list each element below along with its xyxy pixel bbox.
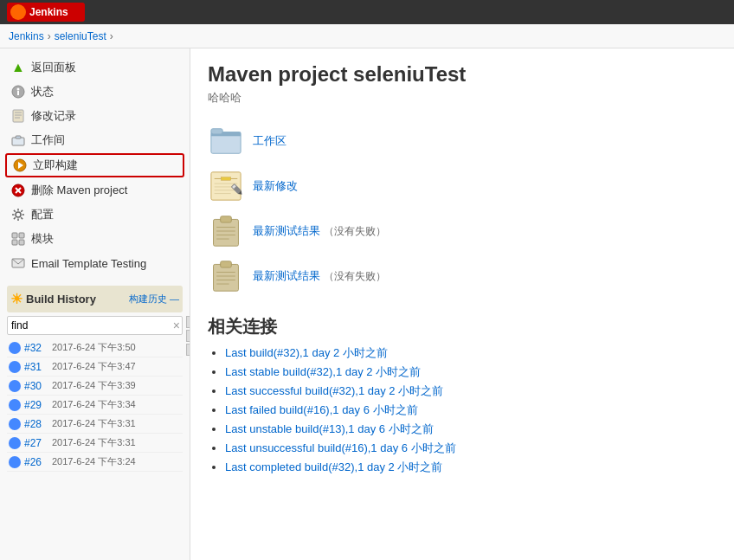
svg-rect-23 — [12, 233, 17, 238]
sidebar-item-workspace[interactable]: 工作间 — [0, 128, 190, 152]
svg-rect-8 — [16, 136, 21, 138]
svg-rect-43 — [221, 216, 232, 222]
svg-rect-42 — [214, 219, 239, 246]
latest-test-result-1-item: 最新测试结果 （没有失败） — [208, 213, 717, 249]
breadcrumb-seleniutest[interactable]: seleniuTest — [55, 30, 106, 42]
workspace-link[interactable]: 工作区 — [253, 133, 287, 149]
svg-line-19 — [14, 210, 16, 212]
build-link-32[interactable]: #32 — [24, 342, 48, 354]
related-link-item: Last successful build(#32),1 day 2 小时之前 — [225, 383, 717, 399]
build-item: #27 2017-6-24 下午3:31 — [7, 434, 183, 453]
build-item: #26 2017-6-24 下午3:24 — [7, 453, 183, 472]
top-bar: Jenkins — [0, 0, 734, 24]
clipboard-icon-2 — [208, 258, 244, 294]
build-icon — [12, 158, 28, 173]
build-item: #28 2017-6-24 下午3:31 — [7, 415, 183, 434]
build-ball-28 — [9, 418, 21, 430]
last-stable-build-link[interactable]: Last stable build(#32),1 day 2 小时之前 — [225, 365, 421, 378]
changelog-icon — [10, 108, 26, 124]
sidebar-label-configure: 配置 — [31, 207, 54, 222]
breadcrumb-jenkins[interactable]: Jenkins — [9, 30, 44, 42]
build-date-32: 2017-6-24 下午3:50 — [52, 341, 136, 354]
main-layout: ▲ 返回面板 状态 修改记录 — [0, 48, 734, 560]
last-completed-build-link[interactable]: Last completed build(#32),1 day 2 小时之前 — [225, 460, 442, 473]
sidebar-label-changelog: 修改记录 — [31, 108, 76, 124]
svg-line-20 — [21, 217, 23, 219]
sidebar-label-modules: 模块 — [31, 231, 54, 247]
svg-line-22 — [14, 217, 16, 219]
build-link-26[interactable]: #26 — [24, 456, 48, 468]
build-item: #30 2017-6-24 下午3:39 — [7, 377, 183, 396]
build-search-input[interactable] — [7, 316, 183, 335]
module-icon — [10, 231, 26, 247]
workspace-link-item: 工作区 — [208, 123, 717, 159]
sidebar-item-build-now[interactable]: 立即构建 — [5, 153, 184, 177]
pencil-icon — [208, 168, 244, 204]
build-link-29[interactable]: #29 — [24, 399, 48, 411]
build-item: #32 2017-6-24 下午3:50 — [7, 338, 183, 357]
build-history-title: ☀ Build History — [10, 291, 96, 307]
related-links-section: 相关连接 Last build(#32),1 day 2 小时之前 Last s… — [208, 315, 717, 475]
sun-icon: ☀ — [10, 291, 23, 307]
build-list: #32 2017-6-24 下午3:50 #31 2017-6-24 下午3:4… — [7, 338, 183, 472]
last-failed-build-link[interactable]: Last failed build(#16),1 day 6 小时之前 — [225, 403, 418, 416]
related-link-item: Last failed build(#16),1 day 6 小时之前 — [225, 402, 717, 418]
svg-rect-31 — [213, 131, 222, 134]
sidebar-item-delete[interactable]: 删除 Maven project — [0, 178, 190, 203]
related-link-item: Last unstable build(#13),1 day 6 小时之前 — [225, 422, 717, 437]
svg-rect-49 — [221, 261, 232, 267]
related-link-item: Last stable build(#32),1 day 2 小时之前 — [225, 364, 717, 380]
build-ball-26 — [9, 456, 21, 468]
build-link-31[interactable]: #31 — [24, 361, 48, 373]
build-ball-30 — [9, 380, 21, 392]
build-history-header: ☀ Build History 构建历史 — — [7, 286, 183, 312]
last-successful-build-link[interactable]: Last successful build(#32),1 day 2 小时之前 — [225, 384, 443, 397]
breadcrumb-sep-2: › — [110, 30, 113, 42]
build-history-panel: ☀ Build History 构建历史 — × ▲ ▴ ▾ #32 201 — [0, 286, 190, 472]
last-unsuccessful-build-link[interactable]: Last unsuccessful build(#16),1 day 6 小时之… — [225, 441, 456, 454]
build-history-controls[interactable]: 构建历史 — — [129, 293, 179, 306]
svg-rect-2 — [17, 91, 19, 95]
last-unstable-build-link[interactable]: Last unstable build(#13),1 day 6 小时之前 — [225, 422, 434, 435]
clipboard-icon-1 — [208, 213, 244, 249]
latest-test-result-2-link[interactable]: 最新测试结果 — [253, 268, 320, 284]
build-ball-31 — [9, 361, 21, 373]
sidebar: ▲ 返回面板 状态 修改记录 — [0, 48, 190, 560]
build-link-30[interactable]: #30 — [24, 380, 48, 392]
related-link-item: Last build(#32),1 day 2 小时之前 — [225, 345, 717, 361]
sidebar-item-email-template[interactable]: Email Template Testing — [0, 251, 190, 275]
sidebar-item-configure[interactable]: 配置 — [0, 203, 190, 227]
build-history-label: Build History — [26, 293, 96, 306]
sidebar-item-status[interactable]: 状态 — [0, 80, 190, 104]
related-link-item: Last unsuccessful build(#16),1 day 6 小时之… — [225, 441, 717, 456]
svg-rect-48 — [214, 264, 239, 291]
workspace-icon — [10, 132, 26, 148]
main-content: Maven project seleniuTest 哈哈哈 工作区 — [190, 48, 734, 560]
sidebar-item-back-to-dashboard[interactable]: ▲ 返回面板 — [0, 55, 190, 80]
delete-icon — [10, 183, 26, 198]
build-date-31: 2017-6-24 下午3:47 — [52, 360, 136, 373]
folder-icon — [208, 123, 244, 159]
latest-changes-link[interactable]: 最新修改 — [253, 178, 298, 194]
latest-test-result-1-link[interactable]: 最新测试结果 — [253, 223, 320, 239]
build-date-28: 2017-6-24 下午3:31 — [52, 417, 136, 430]
build-link-27[interactable]: #27 — [24, 437, 48, 449]
jenkins-icon — [10, 4, 26, 20]
test-result-2-note: （没有失败） — [324, 269, 386, 284]
build-search-clear[interactable]: × — [173, 319, 180, 332]
sidebar-label-build-now: 立即构建 — [33, 158, 78, 173]
sidebar-item-change-log[interactable]: 修改记录 — [0, 104, 190, 128]
sidebar-nav: ▲ 返回面板 状态 修改记录 — [0, 48, 190, 282]
jenkins-logo-text: Jenkins — [29, 6, 68, 18]
email-icon — [10, 255, 26, 271]
gear-icon — [10, 207, 26, 222]
svg-line-21 — [21, 210, 23, 212]
sidebar-item-modules[interactable]: 模块 — [0, 227, 190, 251]
sidebar-label-workspace: 工作间 — [31, 132, 65, 148]
svg-rect-34 — [221, 177, 230, 181]
sidebar-label-status: 状态 — [31, 84, 54, 100]
related-links-title: 相关连接 — [208, 315, 717, 338]
build-link-28[interactable]: #28 — [24, 418, 48, 430]
svg-point-1 — [17, 88, 20, 91]
last-build-link[interactable]: Last build(#32),1 day 2 小时之前 — [225, 346, 388, 359]
